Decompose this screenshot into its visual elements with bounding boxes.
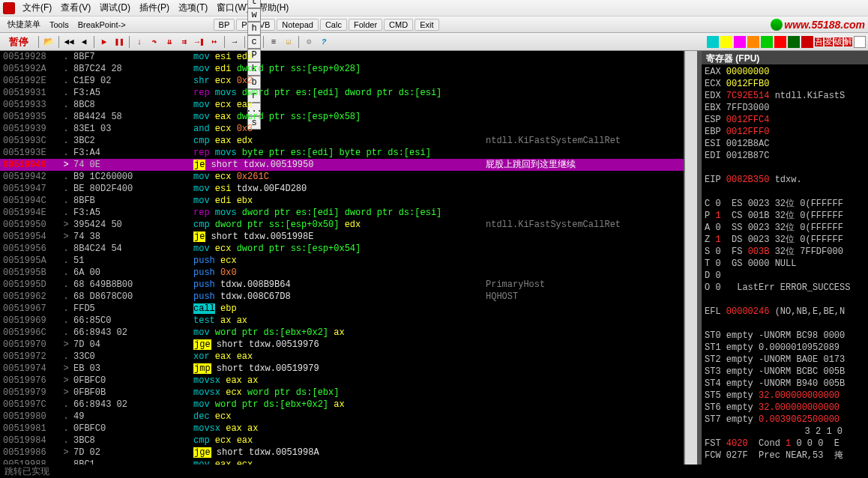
- disasm-row[interactable]: 00519970>7D 04jge short tdxw.00519976: [0, 339, 684, 351]
- step-into-icon[interactable]: ↓: [133, 35, 146, 49]
- disasm-row[interactable]: 00519940>74 0Eje short tdxw.00519950屁股上跳…: [0, 159, 684, 171]
- disasm-row[interactable]: 00519976>0FBFC0movsx eax,ax: [0, 375, 684, 387]
- disasm-row[interactable]: 00519974>EB 03jmp short tdxw.00519979: [0, 363, 684, 375]
- disasm-row[interactable]: 0051993C.3BC2cmp eax,edxntdll.KiFastSyst…: [0, 135, 684, 147]
- menubar: 文件(F) 查看(V) 调试(D) 插件(P) 选项(T) 窗口(W) 帮助(H…: [0, 0, 868, 16]
- disasm-row[interactable]: 00519979>0FBF0Bmovsx ecx,word ptr ds:[eb…: [0, 387, 684, 399]
- view-t-button[interactable]: t: [247, 0, 261, 8]
- disasm-row[interactable]: 00519939.83E1 03and ecx,0x3: [0, 123, 684, 135]
- quickmenu-label[interactable]: 快捷菜单: [3, 19, 45, 30]
- run-to-icon[interactable]: →❚: [193, 35, 206, 49]
- app-icon: [3, 2, 15, 14]
- view-h-button[interactable]: h: [247, 22, 261, 35]
- disassembly-panel[interactable]: 00519928.8BF7mov esi,edi0051992A.8B7C24 …: [0, 51, 684, 465]
- disasm-row[interactable]: 0051993E.F3:A4rep movs byte ptr es:[edi]…: [0, 147, 684, 159]
- disasm-row[interactable]: 0051992A.8B7C24 28mov edi,dword ptr ss:[…: [0, 63, 684, 75]
- disasm-row[interactable]: 00519962.68 D8678C00push tdxw.008C67D8HQ…: [0, 291, 684, 303]
- disasm-row[interactable]: 00519986>7D 02jge short tdxw.0051998A: [0, 447, 684, 459]
- help-icon[interactable]: ?: [317, 35, 331, 49]
- menu-plugins[interactable]: 插件(P): [135, 0, 174, 16]
- sq6-icon[interactable]: [774, 36, 786, 48]
- disasm-row[interactable]: 0051994E.F3:A5rep movs dword ptr es:[edi…: [0, 207, 684, 219]
- toolbar-main: 快捷菜单 Tools BreakPoint-> BP P VB Notepad …: [0, 16, 868, 33]
- toolbar-debug: 暂停 📂 ◀◀ ◀ ▶ ❚❚ ↓ ↷ ⇊ ⇉ →❚ ↦ → lemtwhcPkb…: [0, 33, 868, 51]
- gear-icon[interactable]: ⚙: [302, 35, 316, 49]
- check-icon[interactable]: ☑: [282, 35, 295, 49]
- sq7-icon[interactable]: [788, 36, 800, 48]
- pause-label: 暂停: [1, 35, 36, 49]
- disasm-row[interactable]: 0051996C.66:8943 02mov word ptr ds:[ebx+…: [0, 327, 684, 339]
- step-over-icon[interactable]: ↷: [148, 35, 161, 49]
- list-icon[interactable]: ≡: [267, 35, 280, 49]
- disasm-row[interactable]: 00519935.8B4424 58mov eax,dword ptr ss:[…: [0, 111, 684, 123]
- disasm-row[interactable]: 00519933.8BC8mov ecx,eax: [0, 99, 684, 111]
- disasm-row[interactable]: 0051995D.68 649B8B00push tdxw.008B9B64Pr…: [0, 279, 684, 291]
- back-icon[interactable]: ◀: [77, 35, 91, 49]
- execute-till-icon[interactable]: ↦: [208, 35, 221, 49]
- disasm-row[interactable]: 0051995B.6A 00push 0x0: [0, 267, 684, 279]
- disasm-row[interactable]: 00519942.B9 1C260000mov ecx,0x261C: [0, 171, 684, 183]
- open-icon[interactable]: 📂: [42, 35, 55, 49]
- exit-button[interactable]: Exit: [415, 19, 438, 31]
- sq8-icon[interactable]: [801, 36, 813, 48]
- cn-icon-1[interactable]: 爱: [825, 37, 833, 46]
- cn-icon-2[interactable]: 破: [834, 37, 843, 46]
- disasm-row[interactable]: 00519947.BE 80D2F400mov esi,tdxw.00F4D28…: [0, 183, 684, 195]
- main-area: 00519928.8BF7mov esi,edi0051992A.8B7C24 …: [0, 51, 868, 465]
- sq-blank-icon[interactable]: [854, 36, 866, 48]
- menu-file[interactable]: 文件(F): [18, 0, 56, 16]
- rewind-icon[interactable]: ◀◀: [62, 35, 76, 49]
- disasm-row[interactable]: 00519984.3BC8cmp ecx,eax: [0, 435, 684, 447]
- bp-button[interactable]: BP: [214, 19, 235, 31]
- disasm-row[interactable]: 00519931.F3:A5rep movs dword ptr es:[edi…: [0, 87, 684, 99]
- cmd-button[interactable]: CMD: [384, 19, 413, 31]
- scrollbar[interactable]: [684, 51, 697, 465]
- view-w-button[interactable]: w: [247, 8, 261, 22]
- disasm-row[interactable]: 00519981.0FBFC0movsx eax,ax: [0, 423, 684, 435]
- disasm-row[interactable]: 0051997C.66:8943 02mov word ptr ds:[ebx+…: [0, 399, 684, 411]
- disasm-row[interactable]: 00519928.8BF7mov esi,edi: [0, 51, 684, 63]
- disasm-row[interactable]: 00519950>395424 50cmp dword ptr ss:[esp+…: [0, 219, 684, 231]
- disasm-row[interactable]: 0051992E.C1E9 02shr ecx,0x2: [0, 75, 684, 87]
- status-bar: 跳转已实现: [0, 465, 868, 478]
- disasm-row[interactable]: 00519954>74 38je short tdxw.0051998E: [0, 231, 684, 243]
- calc-button[interactable]: Calc: [320, 19, 347, 31]
- folder-button[interactable]: Folder: [349, 19, 382, 31]
- trace-into-icon[interactable]: ⇊: [163, 35, 176, 49]
- cn-icon-3[interactable]: 解: [844, 37, 852, 46]
- disasm-row[interactable]: 0051994C.8BFBmov edi,ebx: [0, 195, 684, 207]
- sq1-icon[interactable]: [707, 36, 719, 48]
- notepad-button[interactable]: Notepad: [277, 19, 319, 31]
- disasm-row[interactable]: 00519988.8BC1mov eax,ecx: [0, 459, 684, 465]
- disasm-row[interactable]: 00519980.49dec ecx: [0, 411, 684, 423]
- sq5-icon[interactable]: [761, 36, 773, 48]
- disasm-row[interactable]: 00519969.66:85C0test ax,ax: [0, 315, 684, 327]
- sq3-icon[interactable]: [734, 36, 746, 48]
- disasm-row[interactable]: 0051995A.51push ecx: [0, 255, 684, 267]
- menu-view[interactable]: 查看(V): [56, 0, 95, 16]
- sq4-icon[interactable]: [747, 36, 759, 48]
- logo: www.55188.com: [771, 19, 865, 31]
- cn-icon-0[interactable]: 吾: [815, 37, 823, 46]
- disasm-row[interactable]: 00519956.8B4C24 54mov ecx,dword ptr ss:[…: [0, 243, 684, 255]
- registers-title: 寄存器 (FPU): [702, 51, 868, 64]
- disasm-row[interactable]: 00519972.33C0xor eax,eax: [0, 351, 684, 363]
- menu-debug[interactable]: 调试(D): [95, 0, 135, 16]
- menu-options[interactable]: 选项(T): [174, 0, 212, 16]
- play-icon[interactable]: ▶: [97, 35, 111, 49]
- pause-icon[interactable]: ❚❚: [112, 35, 126, 49]
- disasm-row[interactable]: 00519967.FFD5call ebp: [0, 303, 684, 315]
- trace-over-icon[interactable]: ⇉: [178, 35, 191, 49]
- sq2-icon[interactable]: [720, 36, 732, 48]
- breakpoint-label[interactable]: BreakPoint->: [73, 20, 130, 29]
- tools-label[interactable]: Tools: [45, 20, 73, 29]
- view-c-button[interactable]: c: [247, 35, 261, 49]
- goto-icon[interactable]: →: [228, 35, 241, 49]
- registers-panel[interactable]: 寄存器 (FPU) EAX 00000000 ECX 0012FFB0 EDX …: [702, 51, 868, 465]
